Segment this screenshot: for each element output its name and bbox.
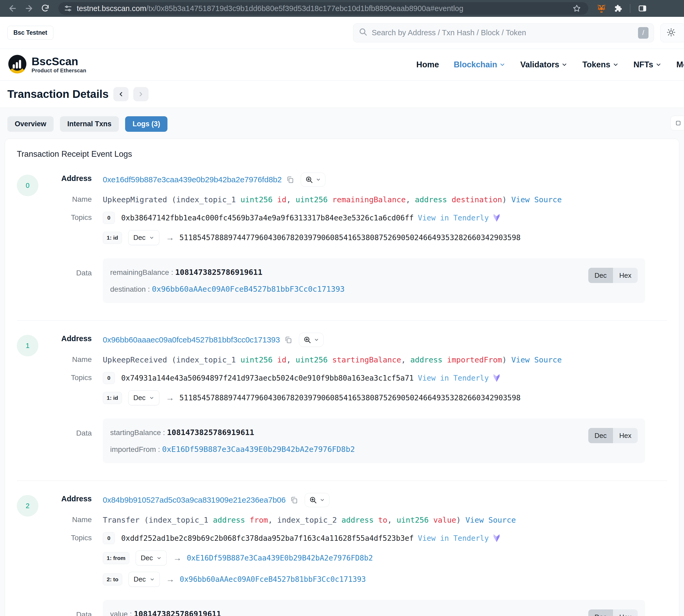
view-in-tenderly-link[interactable]: View in Tenderly	[418, 534, 489, 543]
log-index: 0	[17, 173, 58, 310]
logs-container: 0Address0xe16df59b887e3caa439e0b29b42ba2…	[5, 171, 679, 616]
topic-value-link[interactable]: 0x96bb60aAAec09A0FceB4527b81bbF3Cc0c1713…	[180, 575, 366, 584]
brand-name: BscScan	[31, 56, 86, 67]
address-zoom-button[interactable]	[299, 333, 324, 347]
tab-internal-txns[interactable]: Internal Txns	[60, 116, 119, 132]
site-header: BscScan Product of Etherscan HomeBlockch…	[0, 49, 684, 81]
topic-hash: 0xddf252ad1be2c89b69c2b068fc378daa952ba7…	[121, 534, 414, 543]
data-field-value-link[interactable]: 0xE16Df59B887e3Caa439E0b29B42bA2e7976FD8…	[162, 445, 355, 454]
nav-item-label: Home	[416, 60, 439, 69]
prev-transaction-button[interactable]	[113, 87, 129, 101]
back-arrow-icon[interactable]	[6, 2, 20, 15]
dec-toggle-button[interactable]: Dec	[588, 268, 613, 283]
copy-address-icon[interactable]	[284, 336, 293, 344]
sun-icon	[666, 28, 676, 38]
signature-token: id	[277, 355, 286, 364]
topic-format-select[interactable]: Dec	[128, 230, 159, 245]
topic-list: 00xb38647142fbb1ea4c000fc4569b37a4e9a9f6…	[103, 212, 667, 251]
signature-token: from	[250, 515, 268, 525]
data-field-value: 1081473825786919611	[134, 610, 221, 616]
log-index: 1	[17, 333, 58, 470]
data-field: value : 1081473825786919611	[110, 610, 580, 616]
theme-toggle-button[interactable]	[660, 23, 684, 42]
signature-token: ,	[387, 515, 397, 525]
address-row: Address0x96bb60aaaec09a0fceb4527b81bbf3c…	[58, 333, 667, 347]
nav-item-label: More	[676, 60, 684, 69]
dec-toggle-button[interactable]: Dec	[588, 428, 613, 443]
metamask-icon[interactable]	[595, 2, 608, 15]
address-link[interactable]: 0x84b9b910527ad5c03a9ca831909e21e236ea7b…	[103, 496, 286, 505]
brand-tagline: Product of Etherscan	[31, 68, 86, 74]
network-badge[interactable]: Bsc Testnet	[7, 26, 53, 40]
name-row: NameUpkeepReceived (index_topic_1 uint25…	[58, 354, 667, 365]
topic-value-link[interactable]: 0xE16Df59B887e3Caa439E0b29B42bA2e7976FD8…	[187, 554, 373, 562]
address-row: Address0x84b9b910527ad5c03a9ca831909e21e…	[58, 493, 667, 507]
data-field-value-link[interactable]: 0x96bb60aAAec09A0FceB4527b81bbF3Cc0c1713…	[152, 285, 345, 293]
view-in-tenderly-link[interactable]: View in Tenderly	[418, 214, 489, 222]
copy-address-icon[interactable]	[290, 496, 298, 504]
nav-item-more[interactable]: More	[676, 60, 684, 69]
chevron-down-icon	[613, 62, 619, 68]
search-icon	[359, 27, 367, 38]
brand[interactable]: BscScan Product of Etherscan	[7, 54, 86, 76]
signature-token: destination	[452, 195, 502, 204]
topics-row: Topics00x74931a144e43a50694897f241d973ae…	[58, 372, 667, 412]
bookmark-star-icon[interactable]	[570, 2, 584, 15]
tab-overview[interactable]: Overview	[7, 116, 54, 132]
extensions-icon[interactable]	[611, 2, 624, 15]
nav-item-nfts[interactable]: NFTs	[634, 60, 662, 69]
search-input[interactable]	[372, 28, 634, 37]
topic-format-select[interactable]: Dec	[136, 550, 167, 566]
signature-token: uint256	[295, 195, 327, 204]
view-in-tenderly-link[interactable]: View in Tenderly	[418, 374, 489, 382]
data-block: value : 1081473825786919611DecHex	[103, 600, 645, 616]
address-label: Address	[58, 333, 92, 343]
nav-item-tokens[interactable]: Tokens	[582, 60, 619, 69]
tab-options-button[interactable]	[670, 116, 684, 130]
signature-token: startingBalance	[332, 355, 401, 364]
topic-index-badge: 2: to	[103, 573, 122, 586]
signature-token: uint256	[295, 355, 327, 364]
event-log-entry: 0Address0xe16df59b887e3caa439e0b29b42ba2…	[5, 171, 679, 313]
name-label: Name	[58, 194, 92, 203]
chevron-down-icon	[149, 395, 154, 401]
url-text: testnet.bscscan.com/tx/0x85b3a147518719d…	[77, 4, 566, 13]
chevron-down-icon	[499, 62, 505, 68]
topic-format-select[interactable]: Dec	[129, 572, 160, 587]
data-field-key: destination :	[110, 285, 152, 293]
nav-item-home[interactable]: Home	[416, 60, 439, 69]
site-info-icon[interactable]	[63, 3, 73, 14]
forward-arrow-icon[interactable]	[22, 2, 36, 15]
nav-item-validators[interactable]: Validators	[520, 60, 568, 69]
topic-list: 00x74931a144e43a50694897f241d973aecb5024…	[103, 372, 667, 412]
address-bar[interactable]: testnet.bscscan.com/tx/0x85b3a147518719d…	[59, 2, 588, 15]
side-panel-icon[interactable]	[636, 2, 649, 15]
chevron-down-icon	[320, 498, 325, 503]
tab-logs-3-[interactable]: Logs (3)	[125, 116, 167, 132]
signature-token: importedFrom	[447, 355, 502, 364]
chevron-down-icon	[314, 337, 319, 343]
topic-index-badge: 0	[103, 212, 115, 224]
next-transaction-button[interactable]	[133, 87, 149, 101]
address-zoom-button[interactable]	[305, 493, 329, 507]
data-field: startingBalance : 1081473825786919611	[110, 428, 580, 437]
address-link[interactable]: 0xe16df59b887e3caa439e0b29b42ba2e7976fd8…	[103, 175, 282, 184]
address-zoom-button[interactable]	[301, 173, 325, 187]
hex-toggle-button[interactable]: Hex	[613, 428, 638, 443]
search-bar[interactable]: /	[353, 23, 654, 42]
view-source-link[interactable]: View Source	[511, 195, 562, 204]
topic-format-select[interactable]: Dec	[128, 390, 159, 405]
hex-toggle-button[interactable]: Hex	[613, 610, 638, 616]
hex-toggle-button[interactable]: Hex	[613, 268, 638, 283]
view-source-link[interactable]: View Source	[511, 355, 562, 364]
dec-toggle-button[interactable]: Dec	[588, 610, 613, 616]
nav-item-blockchain[interactable]: Blockchain	[454, 60, 505, 69]
address-content: 0xe16df59b887e3caa439e0b29b42ba2e7976fd8…	[103, 173, 667, 187]
nav-item-label: NFTs	[634, 60, 653, 69]
address-link[interactable]: 0x96bb60aaaec09a0fceb4527b81bbf3cc0c1713…	[103, 335, 280, 344]
reload-icon[interactable]	[38, 2, 52, 15]
view-source-link[interactable]: View Source	[465, 515, 516, 525]
bscscan-logo-icon	[7, 54, 27, 76]
main-nav: HomeBlockchainValidatorsTokensNFTsMore	[416, 60, 684, 69]
copy-address-icon[interactable]	[286, 175, 294, 184]
